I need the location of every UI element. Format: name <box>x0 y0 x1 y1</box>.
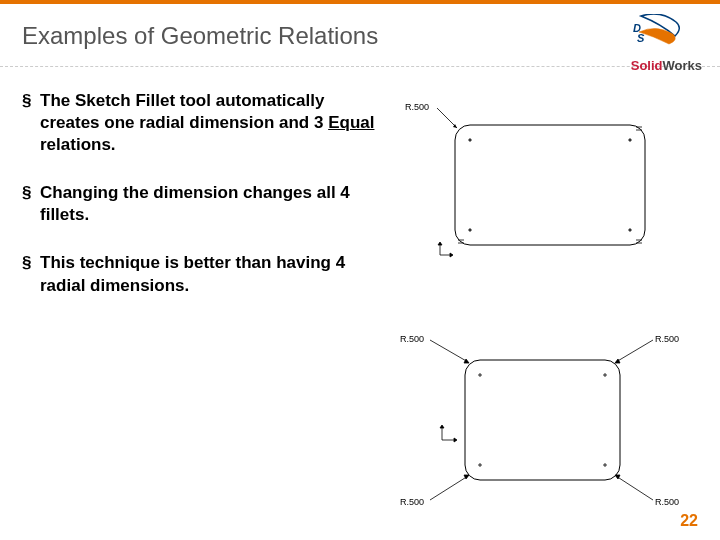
svg-line-25 <box>430 476 468 500</box>
bullet-text: relations. <box>40 135 116 154</box>
figure-bottom: R.500 R.500 R.500 R.500 <box>380 320 700 515</box>
radius-label-tl: R.500 <box>400 334 424 344</box>
figure-top: R.500 <box>395 100 675 270</box>
bullet-item: Changing the dimension changes all 4 fil… <box>22 182 382 226</box>
bullet-list: The Sketch Fillet tool automatically cre… <box>22 90 382 323</box>
svg-line-26 <box>616 476 653 500</box>
bullet-item: The Sketch Fillet tool automatically cre… <box>22 90 382 156</box>
page-number: 22 <box>680 512 698 530</box>
bullet-underline: Equal <box>328 113 374 132</box>
radius-label-br: R.500 <box>655 497 679 507</box>
ds-logo-icon: D S <box>631 14 691 54</box>
bullet-item: This technique is better than having 4 r… <box>22 252 382 296</box>
svg-text:S: S <box>637 32 645 44</box>
divider <box>0 66 720 67</box>
page-title: Examples of Geometric Relations <box>22 22 378 50</box>
svg-line-23 <box>430 340 468 362</box>
logo-prefix: Solid <box>631 58 663 73</box>
bullet-text: The Sketch Fillet tool automatically cre… <box>40 91 328 132</box>
logo-suffix: Works <box>663 58 703 73</box>
accent-bar <box>0 0 720 4</box>
radius-label-tr: R.500 <box>655 334 679 344</box>
bullet-text: Changing the dimension changes all 4 fil… <box>40 183 350 224</box>
radius-label: R.500 <box>405 102 429 112</box>
svg-line-24 <box>616 340 653 362</box>
svg-line-2 <box>437 108 457 128</box>
brand-logo: D S SolidWorks <box>631 14 702 73</box>
bullet-text: This technique is better than having 4 r… <box>40 253 345 294</box>
radius-label-bl: R.500 <box>400 497 424 507</box>
